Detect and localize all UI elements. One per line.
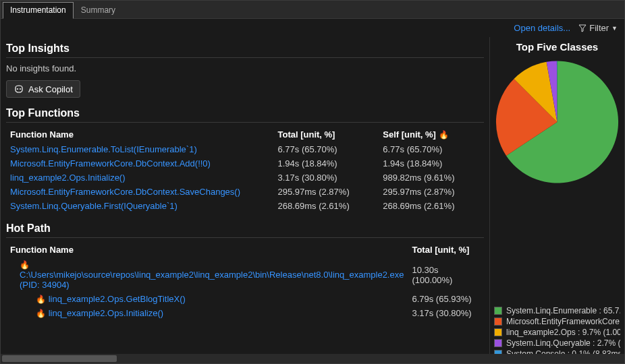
fire-icon: 🔥 bbox=[36, 295, 46, 304]
pie-chart bbox=[494, 58, 620, 186]
total-value: 6.79s (65.93%) bbox=[408, 292, 484, 306]
legend-item[interactable]: System.Linq.Queryable : 2.7% (... bbox=[494, 338, 620, 348]
total-value: 10.30s (100.00%) bbox=[408, 257, 484, 292]
col-function-name[interactable]: Function Name bbox=[6, 242, 408, 257]
top-functions-table: Function Name Total [unit, %] Self [unit… bbox=[6, 127, 484, 213]
ask-copilot-button[interactable]: Ask Copilot bbox=[6, 80, 80, 98]
function-link[interactable]: Microsoft.EntityFrameworkCore.DbContext.… bbox=[6, 185, 273, 199]
self-value: 1.94s (18.84%) bbox=[379, 156, 484, 171]
copilot-icon bbox=[13, 84, 24, 94]
horizontal-scrollbar[interactable] bbox=[1, 354, 624, 363]
col-total[interactable]: Total [unit, %] bbox=[273, 127, 379, 142]
function-link[interactable]: linq_example2.Ops.Initialize() bbox=[49, 308, 164, 318]
legend-label: Microsoft.EntityFrameworkCore... bbox=[506, 317, 620, 326]
toolbar: Open details... Filter ▼ bbox=[1, 19, 624, 37]
self-value: 295.97ms (2.87%) bbox=[379, 185, 484, 199]
svg-point-0 bbox=[17, 88, 18, 90]
hot-path-row: 🔥 linq_example2.Ops.Initialize() bbox=[6, 306, 408, 320]
function-link[interactable]: linq_example2.Ops.GetBlogTitleX() bbox=[49, 294, 186, 304]
function-link[interactable]: System.Linq.Queryable.First(IQueryable`1… bbox=[6, 199, 273, 213]
legend-label: System.Linq.Enumerable : 65.7... bbox=[506, 306, 620, 315]
top-functions-heading: Top Functions bbox=[6, 104, 484, 123]
scrollbar-thumb[interactable] bbox=[2, 355, 117, 362]
tab-instrumentation[interactable]: Instrumentation bbox=[3, 2, 74, 19]
top-insights-heading: Top Insights bbox=[6, 40, 484, 58]
top-classes-heading: Top Five Classes bbox=[494, 40, 620, 58]
left-panel: Top Insights No insights found. Ask Copi… bbox=[1, 37, 489, 362]
no-insights-text: No insights found. bbox=[6, 62, 484, 80]
legend-swatch bbox=[494, 328, 502, 336]
total-value: 268.69ms (2.61%) bbox=[273, 199, 379, 213]
chevron-down-icon: ▼ bbox=[612, 25, 618, 32]
col-self[interactable]: Self [unit, %] 🔥 bbox=[379, 127, 484, 142]
total-value: 6.77s (65.70%) bbox=[273, 142, 379, 156]
legend-item[interactable]: Microsoft.EntityFrameworkCore... bbox=[494, 316, 620, 327]
legend: System.Linq.Enumerable : 65.7...Microsof… bbox=[494, 305, 620, 359]
self-value: 6.77s (65.70%) bbox=[379, 142, 484, 156]
hot-path-table: Function Name Total [unit, %] 🔥 C:\Users… bbox=[6, 242, 484, 320]
legend-item[interactable]: linq_example2.Ops : 9.7% (1.00s) bbox=[494, 327, 620, 338]
total-value: 1.94s (18.84%) bbox=[273, 156, 379, 171]
total-value: 3.17s (30.80%) bbox=[408, 306, 484, 320]
right-panel: Top Five Classes System.Linq.Enumerable … bbox=[489, 37, 624, 362]
col-function-name[interactable]: Function Name bbox=[6, 127, 273, 142]
legend-swatch bbox=[494, 339, 502, 347]
legend-swatch bbox=[494, 317, 502, 326]
open-details-link[interactable]: Open details... bbox=[514, 23, 570, 33]
legend-label: linq_example2.Ops : 9.7% (1.00s) bbox=[506, 328, 620, 337]
fire-icon: 🔥 bbox=[439, 130, 449, 140]
hot-path-heading: Hot Path bbox=[6, 220, 484, 238]
legend-swatch bbox=[494, 307, 502, 315]
hot-path-row: 🔥 linq_example2.Ops.GetBlogTitleX() bbox=[6, 292, 408, 306]
legend-label: System.Linq.Queryable : 2.7% (... bbox=[506, 338, 620, 348]
hot-path-row: 🔥 C:\Users\mikejo\source\repos\linq_exam… bbox=[6, 257, 408, 292]
self-value: 989.82ms (9.61%) bbox=[379, 171, 484, 185]
function-link[interactable]: System.Linq.Enumerable.ToList(IEnumerabl… bbox=[6, 142, 273, 156]
fire-icon: 🔥 bbox=[36, 309, 46, 318]
fire-icon: 🔥 bbox=[20, 260, 30, 270]
tab-bar: Instrumentation Summary bbox=[1, 1, 624, 19]
tab-summary[interactable]: Summary bbox=[74, 2, 123, 18]
funnel-icon bbox=[578, 24, 587, 32]
copilot-label: Ask Copilot bbox=[28, 84, 73, 94]
function-link[interactable]: Microsoft.EntityFrameworkCore.DbContext.… bbox=[6, 156, 273, 171]
function-link[interactable]: linq_example2.Ops.Initialize() bbox=[6, 171, 273, 185]
legend-item[interactable]: System.Linq.Enumerable : 65.7... bbox=[494, 305, 620, 316]
total-value: 295.97ms (2.87%) bbox=[273, 185, 379, 199]
total-value: 3.17s (30.80%) bbox=[273, 171, 379, 185]
col-total[interactable]: Total [unit, %] bbox=[408, 242, 484, 257]
svg-point-1 bbox=[20, 88, 21, 90]
filter-label: Filter bbox=[589, 23, 609, 33]
self-value: 268.69ms (2.61%) bbox=[379, 199, 484, 213]
filter-button[interactable]: Filter ▼ bbox=[578, 23, 618, 33]
function-link[interactable]: C:\Users\mikejo\source\repos\linq_exampl… bbox=[20, 270, 404, 290]
